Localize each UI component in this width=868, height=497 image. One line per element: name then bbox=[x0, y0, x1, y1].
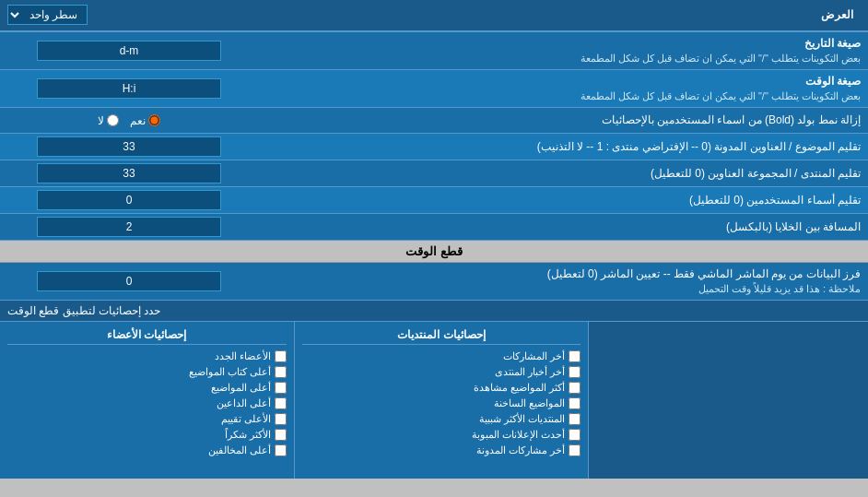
remove-bold-radio-group: نعم لا bbox=[98, 114, 160, 127]
header-label: العرض bbox=[821, 8, 853, 21]
cb-top-topics: أعلى المواضيع bbox=[7, 380, 287, 396]
radio-no-label[interactable]: لا bbox=[98, 114, 119, 127]
header-dropdown: سطر واحدسطرانثلاثة أسطر bbox=[7, 5, 88, 25]
cb-most-thankful-input[interactable] bbox=[275, 429, 287, 441]
header-row: العرض سطر واحدسطرانثلاثة أسطر bbox=[0, 0, 868, 32]
cb-hot-topics: المواضيع الساخنة bbox=[302, 396, 581, 411]
cb-top-rated: الأعلى تقييم bbox=[7, 411, 287, 427]
radio-no-text: لا bbox=[98, 114, 104, 127]
cell-padding-label: المسافة بين الخلايا (بالبكسل) bbox=[258, 216, 868, 239]
realtime-input-cell bbox=[0, 268, 258, 294]
cb-latest-ads-input[interactable] bbox=[569, 429, 581, 441]
checkbox-col-forums: إحصائيات المنتديات أخر المشاركات أخر أخب… bbox=[294, 322, 589, 479]
cb-top-writers: أعلى كتاب المواضيع bbox=[7, 364, 287, 380]
realtime-section-header: قطع الوقت bbox=[0, 241, 868, 263]
forum-topics-row: تقليم الموضوع / العناوين المدونة (0 -- ا… bbox=[0, 134, 868, 160]
forum-addresses-row: تقليم المنتدى / المجموعة العناوين (0 للت… bbox=[0, 160, 868, 187]
cb-top-inviters-input[interactable] bbox=[275, 397, 287, 409]
realtime-input[interactable] bbox=[37, 271, 221, 291]
forum-topics-input[interactable] bbox=[37, 136, 221, 157]
date-format-row: صيغة التاريخ بعض التكوينات يتطلب "/" الت… bbox=[0, 32, 868, 70]
radio-yes[interactable] bbox=[148, 114, 160, 126]
forum-addresses-input[interactable] bbox=[37, 163, 221, 183]
date-format-input[interactable] bbox=[37, 41, 221, 61]
display-select[interactable]: سطر واحدسطرانثلاثة أسطر bbox=[7, 5, 88, 25]
checkbox-col-members: إحصائيات الأعضاء الأعضاء الجدد أعلى كتاب… bbox=[0, 322, 294, 479]
realtime-label: فرز البيانات من يوم الماشر الماشي فقط --… bbox=[258, 263, 868, 300]
trim-usernames-label: تقليم أسماء المستخدمين (0 للتعطيل) bbox=[258, 189, 868, 212]
cb-top-inviters: أعلى الداعين bbox=[7, 396, 287, 411]
remove-bold-row: إزالة نمط بولد (Bold) من اسماء المستخدمي… bbox=[0, 108, 868, 134]
cb-popular-forums-input[interactable] bbox=[569, 413, 581, 425]
trim-usernames-row: تقليم أسماء المستخدمين (0 للتعطيل) bbox=[0, 187, 868, 214]
cell-padding-input[interactable] bbox=[37, 217, 221, 237]
radio-yes-text: نعم bbox=[130, 114, 146, 127]
realtime-row: فرز البيانات من يوم الماشر الماشي فقط --… bbox=[0, 263, 868, 301]
cb-top-topics-input[interactable] bbox=[275, 382, 287, 394]
cb-latest-ads: أحدث الإعلانات المبوبة bbox=[302, 427, 581, 443]
cb-top-violators: أعلى المخالفين bbox=[7, 443, 287, 458]
cb-last-blog: أخر مشاركات المدونة bbox=[302, 443, 581, 458]
cell-padding-input-cell bbox=[0, 214, 258, 240]
forum-addresses-label: تقليم المنتدى / المجموعة العناوين (0 للت… bbox=[258, 162, 868, 185]
cb-new-members-input[interactable] bbox=[275, 350, 287, 362]
cb-top-violators-input[interactable] bbox=[275, 444, 287, 456]
cb-last-posts-input[interactable] bbox=[569, 350, 581, 362]
forum-topics-label: تقليم الموضوع / العناوين المدونة (0 -- ا… bbox=[258, 136, 868, 159]
limit-label: حدد إحصائيات لتطبيق قطع الوقت bbox=[7, 304, 160, 317]
forum-topics-input-cell bbox=[0, 134, 258, 160]
limit-row: حدد إحصائيات لتطبيق قطع الوقت bbox=[0, 301, 868, 322]
date-format-input-cell bbox=[0, 38, 258, 64]
cb-most-thankful: الأكثر شكراً bbox=[7, 427, 287, 443]
time-format-label: صيغة الوقت بعض التكوينات يتطلب "/" التي … bbox=[258, 70, 868, 107]
cb-hot-topics-input[interactable] bbox=[569, 397, 581, 409]
time-format-input[interactable] bbox=[37, 78, 221, 99]
col2-header: إحصائيات الأعضاء bbox=[7, 325, 287, 345]
remove-bold-radio-cell: نعم لا bbox=[0, 112, 258, 130]
cell-padding-row: المسافة بين الخلايا (بالبكسل) bbox=[0, 214, 868, 241]
cb-top-rated-input[interactable] bbox=[275, 413, 287, 425]
cb-most-viewed-input[interactable] bbox=[569, 382, 581, 394]
cb-last-news-input[interactable] bbox=[569, 366, 581, 378]
trim-usernames-input[interactable] bbox=[37, 190, 221, 210]
checkboxes-grid: إحصائيات المنتديات أخر المشاركات أخر أخب… bbox=[0, 322, 868, 479]
cb-most-viewed: أكثر المواضيع مشاهدة bbox=[302, 380, 581, 396]
time-format-row: صيغة الوقت بعض التكوينات يتطلب "/" التي … bbox=[0, 70, 868, 108]
cb-last-news: أخر أخبار المنتدى bbox=[302, 364, 581, 380]
cb-top-writers-input[interactable] bbox=[275, 366, 287, 378]
main-container: العرض سطر واحدسطرانثلاثة أسطر صيغة التار… bbox=[0, 0, 868, 479]
cb-last-blog-input[interactable] bbox=[569, 444, 581, 456]
cb-popular-forums: المنتديات الأكثر شببية bbox=[302, 411, 581, 427]
trim-usernames-input-cell bbox=[0, 187, 258, 213]
forum-addresses-input-cell bbox=[0, 160, 258, 186]
col1-header: إحصائيات المنتديات bbox=[302, 325, 581, 345]
cb-new-members: الأعضاء الجدد bbox=[7, 349, 287, 364]
radio-no[interactable] bbox=[107, 114, 119, 126]
remove-bold-label: إزالة نمط بولد (Bold) من اسماء المستخدمي… bbox=[258, 109, 868, 132]
cb-last-posts: أخر المشاركات bbox=[302, 349, 581, 364]
date-format-label: صيغة التاريخ بعض التكوينات يتطلب "/" الت… bbox=[258, 32, 868, 69]
radio-yes-label[interactable]: نعم bbox=[130, 114, 160, 127]
time-format-input-cell bbox=[0, 76, 258, 101]
